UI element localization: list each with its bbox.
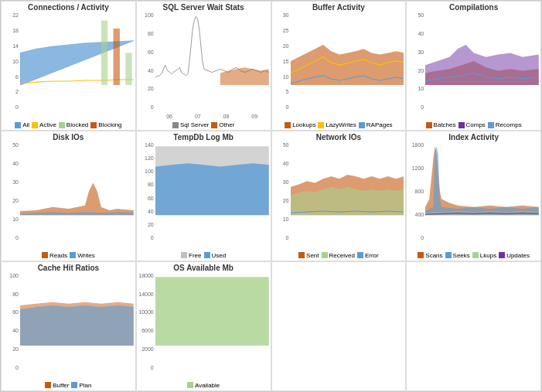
legend-rapages: RAPages (359, 121, 393, 128)
svg-marker-7 (425, 45, 539, 85)
legend-reads-label: Reads (49, 252, 67, 259)
legend-lkups-box (472, 252, 479, 258)
chart-network-ios: Network IOs 50403020100 Sent Received (271, 131, 407, 261)
legend-comps-label: Comps (466, 121, 486, 128)
chart-sql-waits: SQL Server Wait Stats 100806040200 06070… (136, 1, 271, 131)
chart-disk-ios-title: Disk IOs (53, 133, 84, 141)
legend-other-label: Other (219, 121, 234, 128)
legend-scans-box (418, 252, 424, 258)
legend-comps: Comps (458, 121, 486, 128)
chart-index-activity: Index Activity 180012008004000 Scans (406, 131, 541, 261)
legend-updates: Updates (499, 252, 530, 259)
chart-buffer-activity-title: Buffer Activity (312, 3, 365, 12)
legend-used-label: Used (212, 252, 227, 259)
legend-free: Free (181, 252, 201, 259)
legend-lazywrites: LazyWrites (318, 121, 356, 128)
legend-active: Active (32, 121, 56, 128)
legend-available-label: Available (195, 382, 220, 389)
legend-batches: Batches (426, 121, 456, 128)
legend-error-label: Error (365, 252, 379, 259)
legend-lookups: Lookups (285, 121, 315, 128)
chart-connections-title: Connections / Activity (28, 3, 109, 12)
legend-free-box (181, 252, 187, 258)
chart-filler-1 (271, 261, 407, 391)
legend-scans-label: Scans (425, 252, 442, 259)
svg-marker-17 (20, 305, 134, 346)
compilations-y-axis: 50403020100 (408, 12, 425, 110)
legend-blocking-label: Blocking (98, 121, 121, 128)
chart-tempdb-log-area: 140120100806040200 (138, 142, 269, 251)
legend-reads: Reads (42, 252, 67, 259)
legend-comps-box (458, 122, 465, 128)
legend-active-box (32, 122, 38, 128)
legend-blocked-label: Blocked (66, 121, 88, 128)
legend-plan-box (71, 382, 77, 388)
chart-connections-area: 22181410620 (3, 12, 134, 121)
legend-sqlserver: Sql Server (172, 121, 209, 128)
chart-filler-2-area (408, 264, 539, 389)
legend-batches-label: Batches (434, 121, 456, 128)
legend-lazywrites-box (318, 122, 324, 128)
legend-updates-box (499, 252, 505, 258)
chart-index-activity-area: 180012008004000 (408, 142, 539, 251)
chart-compilations: Compilations 50403020100 Batches Comps (406, 1, 541, 131)
legend-received-label: Received (329, 252, 355, 259)
chart-tempdb-log-title: TempDb Log Mb (173, 133, 234, 141)
chart-disk-ios: Disk IOs 50403020100 Reads Writes (1, 131, 136, 261)
legend-buffer-box (45, 382, 51, 388)
svg-marker-8 (20, 183, 134, 216)
dashboard: Connections / Activity 22181410620 All (0, 0, 542, 392)
legend-free-label: Free (189, 252, 201, 259)
svg-marker-18 (155, 277, 269, 346)
svg-rect-2 (114, 29, 120, 85)
legend-used: Used (204, 252, 227, 259)
chart-cache-hit-area: 100806040200 (3, 273, 134, 381)
index-y-axis: 180012008004000 (408, 142, 425, 240)
legend-updates-label: Updates (506, 252, 530, 259)
legend-writes-label: Writes (77, 252, 95, 259)
legend-available-box (187, 382, 193, 388)
legend-sqlserver-box (172, 122, 179, 128)
disk-y-axis: 50403020100 (3, 142, 20, 240)
compilations-legend: Batches Comps Recomps (426, 121, 522, 128)
svg-rect-3 (125, 53, 131, 85)
legend-seeks-box (445, 252, 452, 258)
chart-disk-ios-area: 50403020100 (3, 142, 134, 251)
connections-legend: All Active Blocked Blocking (15, 121, 121, 128)
tempdb-legend: Free Used (181, 252, 226, 259)
chart-compilations-area: 50403020100 (408, 12, 539, 121)
chart-os-available-title: OS Available Mb (173, 264, 234, 272)
sql-waits-y-axis: 100806040200 (138, 12, 155, 110)
legend-used-box (204, 252, 210, 258)
legend-batches-box (426, 122, 432, 128)
legend-all-box (15, 122, 21, 128)
legend-lookups-label: Lookups (292, 121, 315, 128)
os-legend: Available (187, 382, 220, 389)
buffer-y-axis: 302520151050 (274, 12, 291, 110)
chart-cache-hit: Cache Hit Ratios 100806040200 Buffer Pla… (1, 261, 136, 391)
legend-blocking: Blocking (90, 121, 121, 128)
index-legend: Scans Seeks Lkups Updates (418, 252, 530, 259)
legend-scans: Scans (418, 252, 442, 259)
chart-sql-waits-area: 100806040200 06070809 (138, 12, 269, 121)
legend-lkups: Lkups (472, 252, 496, 259)
legend-recomps-box (488, 122, 494, 128)
svg-marker-11 (155, 164, 269, 216)
chart-cache-hit-title: Cache Hit Ratios (38, 264, 99, 272)
legend-available: Available (187, 382, 220, 389)
chart-network-ios-area: 50403020100 (274, 142, 404, 251)
cache-legend: Buffer Plan (45, 382, 91, 389)
legend-error-box (357, 252, 363, 258)
legend-sqlserver-label: Sql Server (180, 121, 209, 128)
legend-rapages-box (359, 122, 365, 128)
legend-blocked: Blocked (59, 121, 88, 128)
sql-waits-legend: Sql Server Other (172, 121, 234, 128)
legend-sent: Sent (298, 252, 319, 259)
chart-os-available: OS Available Mb 180001400010000600020000… (136, 261, 271, 391)
legend-error: Error (357, 252, 379, 259)
legend-lookups-box (285, 122, 291, 128)
legend-recomps: Recomps (488, 121, 522, 128)
chart-index-activity-title: Index Activity (448, 133, 499, 141)
legend-other-box (211, 122, 217, 128)
svg-marker-14 (425, 147, 539, 216)
